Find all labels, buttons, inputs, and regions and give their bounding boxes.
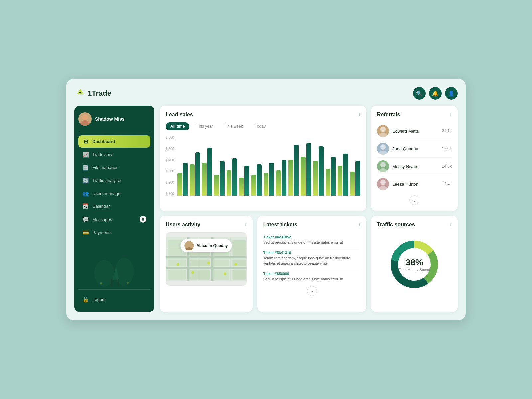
svg-point-17 xyxy=(380,180,386,185)
referral-avatar-1 xyxy=(377,143,389,155)
svg-point-9 xyxy=(100,282,102,284)
bar-group-3 xyxy=(214,161,224,196)
tab-this-year[interactable]: This year xyxy=(192,122,217,130)
tickets-expand-button[interactable]: ⌄ xyxy=(307,286,317,296)
bar-group-10 xyxy=(301,143,311,196)
svg-rect-37 xyxy=(214,260,229,266)
calendar-icon: 📅 xyxy=(82,203,89,209)
referral-avatar-2 xyxy=(377,160,389,172)
svg-point-3 xyxy=(80,120,90,126)
see-more-referrals: ⌄ xyxy=(377,195,452,205)
svg-point-16 xyxy=(379,168,387,172)
avatar xyxy=(78,112,92,126)
sidebar-item-calendar[interactable]: 📅 Calendar xyxy=(78,200,150,212)
ticket-id-2: Ticket #856086 xyxy=(263,272,360,276)
users-activity-info-icon[interactable]: ℹ xyxy=(245,222,247,227)
profile-button[interactable]: 👤 xyxy=(445,87,458,100)
sidebar-item-payments[interactable]: 💳 Payments xyxy=(78,226,150,239)
bar-light-9 xyxy=(288,160,293,196)
active-user-name: Malcolm Quaday xyxy=(196,243,228,248)
sidebar-item-messages[interactable]: 💬 Messages 8 xyxy=(78,213,150,226)
sidebar-item-label: Dashboard xyxy=(92,139,115,144)
sidebar-item-traffic-analyzer[interactable]: 🔄 Traffic analyzer xyxy=(78,174,150,187)
sidebar-item-dashboard[interactable]: ⊞ Dashboard xyxy=(78,135,150,148)
svg-point-12 xyxy=(379,133,387,137)
dashboard-icon: ⊞ xyxy=(82,138,89,145)
tickets-info-icon[interactable]: ℹ xyxy=(359,222,360,227)
svg-rect-41 xyxy=(214,270,229,279)
top-icons: 🔍 🔔 👤 xyxy=(413,87,458,100)
lead-sales-info-icon[interactable]: ℹ xyxy=(359,112,360,117)
notifications-button[interactable]: 🔔 xyxy=(429,87,442,100)
y-label-200: $ 200 xyxy=(166,181,174,184)
bar-light-1 xyxy=(190,164,195,196)
svg-rect-38 xyxy=(232,260,246,266)
y-label-600: $ 600 xyxy=(166,136,174,139)
map-grid: Malcolm Quaday xyxy=(166,232,247,286)
referrals-info-icon[interactable]: ℹ xyxy=(450,112,452,117)
bar-dark-0 xyxy=(183,163,188,196)
traffic-sources-title: Traffic sources xyxy=(377,222,415,228)
y-label-400: $ 400 xyxy=(166,158,174,162)
bar-group-14 xyxy=(350,161,360,196)
tab-today[interactable]: Today xyxy=(250,122,270,130)
referral-avatar-3 xyxy=(377,178,389,190)
traffic-sources-info-icon[interactable]: ℹ xyxy=(450,222,452,227)
traffic-label: Total Money Spend xyxy=(399,268,430,272)
payments-icon: 💳 xyxy=(82,229,89,236)
search-button[interactable]: 🔍 xyxy=(413,87,426,100)
traffic-analyzer-icon: 🔄 xyxy=(82,177,89,184)
app-name: 1Trade xyxy=(88,89,111,98)
bar-group-12 xyxy=(326,157,336,196)
referrals-header: Referrals ℹ xyxy=(377,112,452,118)
svg-rect-36 xyxy=(190,260,210,266)
bar-light-14 xyxy=(350,172,355,196)
logout-button[interactable]: 🔓 Logout xyxy=(78,294,150,305)
tab-all-time[interactable]: All time xyxy=(166,122,189,130)
svg-text:1st: 1st xyxy=(79,91,83,94)
svg-point-15 xyxy=(380,162,386,167)
referral-name-1: Jone Quaday xyxy=(392,146,439,151)
bar-group-7 xyxy=(264,163,274,196)
tab-this-week[interactable]: This week xyxy=(220,122,248,130)
user-name: Shadow Miss xyxy=(95,116,125,122)
bar-dark-5 xyxy=(244,166,249,196)
svg-rect-42 xyxy=(232,270,246,279)
svg-point-46 xyxy=(224,273,226,275)
referral-value-3: 12.4k xyxy=(442,182,452,186)
content-top-row: Lead sales ℹ All time This year This wee… xyxy=(160,106,458,211)
tradeview-icon: 📈 xyxy=(82,151,89,158)
users-activity-header: Users activity ℹ xyxy=(166,222,247,228)
sidebar-item-tradeview[interactable]: 📈 Tradeview xyxy=(78,148,150,161)
bar-dark-7 xyxy=(269,163,274,196)
referrals-expand-button[interactable]: ⌄ xyxy=(409,195,419,205)
bar-dark-3 xyxy=(220,161,225,196)
sidebar-item-file-manager[interactable]: 📄 File manager xyxy=(78,161,150,174)
file-manager-icon: 📄 xyxy=(82,164,89,171)
svg-rect-8 xyxy=(118,279,119,287)
bar-group-2 xyxy=(202,148,212,196)
referral-value-0: 21.1k xyxy=(442,129,452,133)
sidebar-item-label: Tradeview xyxy=(92,152,112,157)
bar-light-12 xyxy=(326,169,331,196)
bar-light-11 xyxy=(313,161,318,196)
ticket-item-1: Ticket #5641310 Totam rem aperiam, eaque… xyxy=(263,248,360,269)
bar-group-8 xyxy=(276,160,286,196)
lead-sales-header: Lead sales ℹ xyxy=(166,112,360,118)
referral-name-0: Edward Metts xyxy=(392,129,439,134)
bar-light-6 xyxy=(251,175,256,196)
traffic-sources-header: Traffic sources ℹ xyxy=(377,222,452,228)
users-activity-title: Users activity xyxy=(166,222,200,228)
referral-item-2: Messy Rivard 14.5k xyxy=(377,158,452,175)
sidebar-item-label: File manager xyxy=(92,165,118,170)
bar-group-4 xyxy=(227,158,237,196)
bar-light-5 xyxy=(239,178,244,196)
bar-light-4 xyxy=(227,170,232,196)
svg-point-13 xyxy=(380,144,386,150)
referral-item-1: Jone Quaday 17.6k xyxy=(377,140,452,158)
sidebar-item-users-manager[interactable]: 👥 Users manager xyxy=(78,187,150,200)
ticket-id-1: Ticket #5641310 xyxy=(263,251,360,255)
content-area: Lead sales ℹ All time This year This wee… xyxy=(160,106,458,312)
lead-sales-title: Lead sales xyxy=(166,112,193,118)
referral-value-2: 14.5k xyxy=(442,164,452,169)
